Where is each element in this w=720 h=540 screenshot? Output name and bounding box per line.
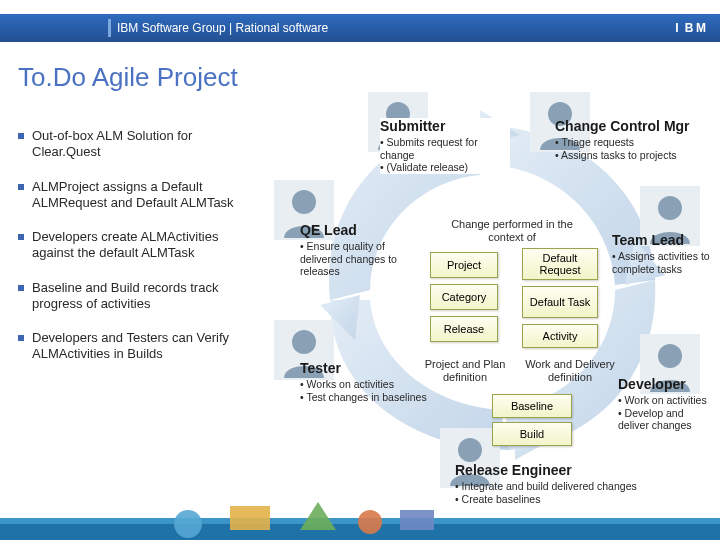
box-category: Category (430, 284, 498, 310)
svg-marker-10 (300, 502, 336, 530)
role-release-engineer: Release Engineer Integrate and build del… (455, 462, 715, 505)
svg-point-8 (174, 510, 202, 538)
bullet-text: Baseline and Build records track progres… (32, 280, 258, 313)
role-point: Ensure quality of delivered changes to r… (300, 240, 430, 278)
role-point: Works on activities (300, 378, 430, 391)
header-bar: IBM Software Group | Rational software I… (0, 14, 720, 42)
bullet-text: Developers create ALMActivities against … (32, 229, 258, 262)
role-title: Tester (300, 360, 430, 376)
role-title: Submitter (380, 118, 510, 134)
role-title: Change Control Mgr (555, 118, 705, 134)
box-default-request: Default Request (522, 248, 598, 280)
box-project: Project (430, 252, 498, 278)
role-point: Test changes in baselines (300, 391, 430, 404)
box-baseline: Baseline (492, 394, 572, 418)
role-point: Develop and deliver changes (618, 407, 716, 432)
breadcrumb: IBM Software Group | Rational software (117, 21, 328, 35)
header-rule (108, 19, 111, 37)
role-point: Assigns tasks to projects (555, 149, 705, 162)
role-point: Triage requests (555, 136, 705, 149)
svg-rect-7 (0, 518, 720, 524)
role-point: Work on activities (618, 394, 716, 407)
role-title: Team Lead (612, 232, 712, 248)
role-point: Assigns activities to complete tasks (612, 250, 712, 275)
role-submitter: Submitter Submits request for change (Va… (380, 118, 510, 174)
role-point: Integrate and build delivered changes (455, 480, 715, 493)
bullet-text: Developers and Testers can Verify ALMAct… (32, 330, 258, 363)
role-qe-lead: QE Lead Ensure quality of delivered chan… (300, 222, 430, 278)
ibm-logo: IBM (672, 14, 708, 42)
role-title: Release Engineer (455, 462, 715, 478)
role-developer: Developer Work on activities Develop and… (618, 376, 716, 432)
role-point: Submits request for change (380, 136, 510, 161)
svg-rect-9 (230, 506, 270, 530)
role-tester: Tester Works on activities Test changes … (300, 360, 430, 403)
context-heading: Change performed in the context of (442, 218, 582, 244)
box-default-task: Default Task (522, 286, 598, 318)
svg-rect-12 (400, 510, 434, 530)
svg-rect-6 (0, 522, 720, 540)
pair-right-label: Work and Delivery definition (520, 358, 620, 384)
role-title: QE Lead (300, 222, 430, 238)
box-build: Build (492, 422, 572, 446)
page-title: To.Do Agile Project (18, 62, 238, 93)
role-change-control-mgr: Change Control Mgr Triage requests Assig… (555, 118, 705, 161)
pair-left-label: Project and Plan definition (420, 358, 510, 384)
role-title: Developer (618, 376, 716, 392)
box-release: Release (430, 316, 498, 342)
role-team-lead: Team Lead Assigns activities to complete… (612, 232, 712, 275)
role-point: Create baselines (455, 493, 715, 506)
svg-point-11 (358, 510, 382, 534)
bullet-text: Out-of-box ALM Solution for Clear.Quest (32, 128, 258, 161)
box-activity: Activity (522, 324, 598, 348)
bullet-list: Out-of-box ALM Solution for Clear.Quest … (18, 128, 258, 381)
role-point: (Validate release) (380, 161, 510, 174)
bullet-text: ALMProject assigns a Default ALMRequest … (32, 179, 258, 212)
